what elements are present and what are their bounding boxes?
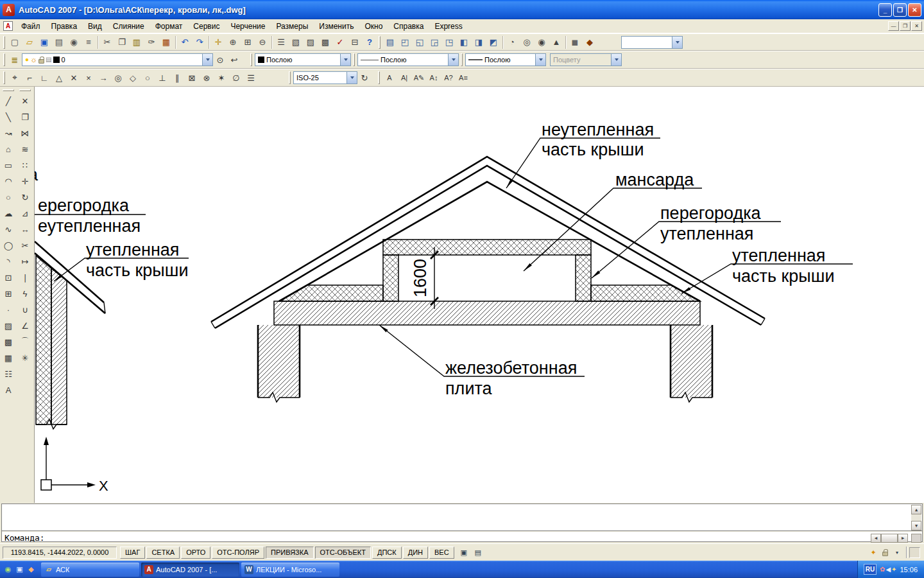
rectangle-button[interactable]: ▭ bbox=[1, 157, 16, 173]
copy-button[interactable]: ❐ bbox=[115, 35, 129, 49]
left-column[interactable] bbox=[258, 325, 300, 402]
lineweight-combo[interactable]: Послою bbox=[465, 53, 546, 66]
restore-button[interactable]: ❐ bbox=[893, 3, 907, 17]
dimension-1600[interactable]: 1600 bbox=[411, 247, 438, 309]
linetype-combo[interactable]: Послою bbox=[357, 53, 459, 66]
hatch-button[interactable]: ▨ bbox=[1, 318, 16, 333]
command-window-inner[interactable]: Команда: _ddeditВыберите объект-пояснени… bbox=[1, 504, 923, 542]
ellipse-arc-button[interactable]: ◝ bbox=[1, 254, 16, 269]
task-word[interactable]: W ЛЕКЦИИ - Microso... bbox=[241, 563, 339, 577]
right-column[interactable] bbox=[671, 325, 712, 402]
toolbar-grip[interactable] bbox=[353, 53, 355, 66]
mirror-button[interactable]: ⋈ bbox=[17, 125, 33, 141]
scroll-right-icon[interactable]: ▶ bbox=[898, 534, 908, 543]
tool-palettes-button[interactable]: ▨ bbox=[304, 35, 318, 49]
layer-properties-button[interactable]: ≣ bbox=[8, 53, 22, 67]
designcenter-button[interactable]: ▧ bbox=[289, 35, 303, 49]
label-partition-2[interactable]: утепленная bbox=[660, 224, 753, 243]
publish-button[interactable]: ≡ bbox=[81, 35, 96, 49]
quick-launch-2[interactable]: ◆ bbox=[26, 564, 37, 575]
document-icon[interactable] bbox=[3, 21, 13, 31]
justify-text-button[interactable]: А≡ bbox=[456, 71, 470, 85]
mtext-button[interactable]: А bbox=[382, 71, 397, 85]
communication-center-icon[interactable]: ✦ bbox=[867, 547, 880, 559]
combo-arrow-icon[interactable] bbox=[535, 54, 545, 66]
make-object-layer-current-button[interactable]: ⊙ bbox=[213, 53, 227, 67]
iso-view-button[interactable]: ◩ bbox=[486, 35, 501, 49]
snap-insertion-button[interactable]: ⊠ bbox=[185, 71, 199, 85]
spline-button[interactable]: ∿ bbox=[1, 222, 16, 237]
move-button[interactable]: ✛ bbox=[17, 173, 33, 189]
quick-launch-1[interactable]: ▣ bbox=[14, 564, 25, 575]
plot-button[interactable]: ▤ bbox=[52, 35, 66, 49]
find-text-button[interactable]: А? bbox=[441, 71, 456, 85]
table-button[interactable]: ☷ bbox=[1, 366, 16, 381]
snap-quadrant-button[interactable]: ◇ bbox=[126, 71, 140, 85]
hide-button[interactable]: ◼ bbox=[568, 35, 582, 49]
clean-screen-button[interactable] bbox=[909, 547, 920, 558]
qnew-button[interactable]: ▢ bbox=[8, 35, 22, 49]
menu-insert[interactable]: Слияние bbox=[108, 20, 150, 33]
zoom-window-button[interactable]: ⊞ bbox=[241, 35, 255, 49]
scale-button[interactable]: ⊿ bbox=[17, 206, 33, 221]
snap-nearest-button[interactable]: ✶ bbox=[214, 71, 228, 85]
menu-window[interactable]: Окно bbox=[359, 20, 388, 33]
label-insulated-roof-2[interactable]: часть крыши bbox=[732, 267, 835, 286]
named-views-button[interactable]: ▤ bbox=[383, 35, 397, 49]
revcloud-button[interactable]: ☁ bbox=[1, 206, 16, 221]
help-button[interactable]: ? bbox=[363, 35, 377, 49]
combo-arrow-icon[interactable] bbox=[672, 37, 682, 48]
tray-volume-icon[interactable]: ◀ bbox=[886, 566, 891, 573]
grid-toggle[interactable]: СЕТКА bbox=[146, 547, 180, 559]
front-view-button[interactable]: ◧ bbox=[457, 35, 471, 49]
menu-format[interactable]: Формат bbox=[150, 20, 188, 33]
snap-parallel-button[interactable]: ∥ bbox=[170, 71, 184, 85]
menu-dimension[interactable]: Размеры bbox=[271, 20, 313, 33]
menu-view[interactable]: Вид bbox=[83, 20, 107, 33]
model-button[interactable]: ▣ bbox=[458, 547, 470, 559]
stretch-button[interactable]: ↔ bbox=[17, 222, 33, 237]
scrollbar-thumb[interactable] bbox=[881, 534, 898, 543]
layout-button[interactable]: ▤ bbox=[472, 547, 484, 559]
match-properties-button[interactable]: ✑ bbox=[144, 35, 158, 49]
top-view-button[interactable]: ◰ bbox=[398, 35, 412, 49]
polyline-button[interactable]: ↝ bbox=[1, 125, 16, 141]
polygon-button[interactable]: ⌂ bbox=[1, 141, 16, 157]
block-editor-button[interactable]: ▦ bbox=[159, 35, 173, 49]
lwt-toggle[interactable]: ВЕС bbox=[429, 547, 454, 559]
snap-apparent-intersection-button[interactable]: × bbox=[81, 71, 96, 85]
offset-button[interactable]: ≋ bbox=[17, 141, 33, 157]
render-button[interactable]: ◆ bbox=[583, 35, 597, 49]
arc-button[interactable]: ◠ bbox=[1, 173, 16, 189]
ellipse-button[interactable]: ◯ bbox=[1, 238, 16, 253]
mtext-draw-button[interactable]: A bbox=[1, 382, 16, 398]
dim-style-combo[interactable]: ISO-25 bbox=[293, 71, 357, 84]
temporary-track-point-button[interactable]: ⌖ bbox=[8, 71, 22, 85]
command-horizontal-scrollbar[interactable]: ◀ ▶ bbox=[871, 534, 908, 543]
extend-button[interactable]: ↦ bbox=[17, 254, 33, 269]
snap-endpoint-button[interactable]: ∟ bbox=[37, 71, 51, 85]
toolbar-grip[interactable] bbox=[3, 71, 5, 84]
toolbar-grip[interactable] bbox=[378, 71, 380, 84]
toolbar-grip[interactable] bbox=[289, 71, 291, 84]
snap-center-button[interactable]: ◎ bbox=[111, 71, 125, 85]
ducs-toggle[interactable]: ДПСК bbox=[372, 547, 402, 559]
label-left-insulated-1[interactable]: утепленная bbox=[86, 240, 179, 259]
osnap-toggle[interactable]: ПРИВЯЗКА bbox=[266, 547, 313, 559]
snap-tangent-button[interactable]: ○ bbox=[141, 71, 155, 85]
make-block-button[interactable]: ⊞ bbox=[1, 286, 16, 301]
label-slab-2[interactable]: плита bbox=[445, 379, 493, 398]
toolbar-grip[interactable] bbox=[19, 89, 31, 91]
language-indicator[interactable]: RU bbox=[864, 564, 877, 575]
cut-button[interactable]: ✂ bbox=[100, 35, 114, 49]
trim-button[interactable]: ✂ bbox=[17, 238, 33, 253]
menu-help[interactable]: Справка bbox=[388, 20, 429, 33]
combo-arrow-icon[interactable] bbox=[346, 72, 357, 83]
scroll-down-icon[interactable]: ▼ bbox=[911, 521, 921, 530]
chamfer-button[interactable]: ∠ bbox=[17, 318, 33, 333]
insert-block-button[interactable]: ⊡ bbox=[1, 270, 16, 285]
gradient-button[interactable]: ▩ bbox=[1, 334, 16, 349]
clipped-text[interactable]: а bbox=[35, 165, 38, 184]
point-button[interactable]: ∙ bbox=[1, 302, 16, 317]
explode-button[interactable]: ✳ bbox=[17, 350, 33, 365]
